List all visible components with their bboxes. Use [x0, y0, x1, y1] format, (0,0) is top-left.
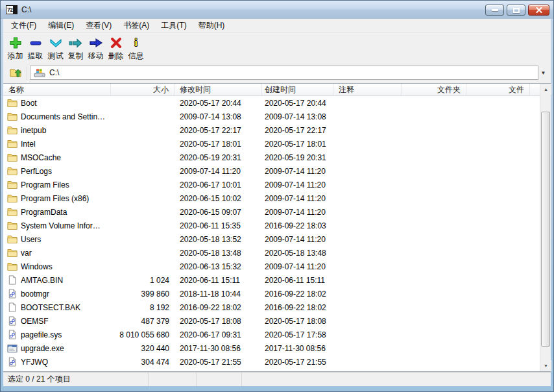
close-button[interactable] [528, 5, 549, 16]
name-cell: Program Files (x86) [3, 194, 111, 203]
column-header-files[interactable]: 文件 [466, 84, 530, 95]
created-cell: 2017-11-30 08:56 [262, 344, 333, 353]
toolbar-add-button[interactable]: 添加 [5, 34, 25, 64]
window-title: C:\ [21, 5, 31, 14]
created-cell: 2009-07-14 11:20 [262, 180, 333, 190]
address-bar: C:\ ▼ [3, 64, 551, 83]
created-cell: 2020-05-18 13:48 [262, 249, 333, 258]
name-cell: Documents and Settin… [3, 112, 111, 121]
created-cell: 2009-07-14 11:20 [262, 194, 333, 203]
minimize-button[interactable] [485, 5, 504, 16]
system-file-icon [7, 316, 18, 326]
file-row[interactable]: Users2020-05-18 13:522009-07-14 11:20 [3, 232, 540, 246]
toolbar-test-button[interactable]: 测试 [45, 34, 66, 64]
minimize-icon [492, 9, 498, 11]
file-name: bootmgr [21, 289, 49, 299]
toolbar-delete-label: 删除 [108, 51, 124, 60]
size-cell: 8 192 [111, 303, 175, 312]
column-header-created[interactable]: 创建时间 [262, 84, 333, 95]
titlebar[interactable]: 7z C:\ [1, 1, 553, 19]
column-header-modified[interactable]: 修改时间 [175, 84, 262, 95]
file-name: Boot [21, 99, 37, 108]
file-icon [7, 302, 18, 312]
toolbar-copy-button[interactable]: 复制 [66, 34, 86, 64]
column-header-name[interactable]: 名称 [3, 84, 111, 95]
file-row[interactable]: MSOCache2020-05-19 20:312020-05-19 20:31 [3, 151, 540, 164]
maximize-button[interactable] [507, 5, 525, 16]
column-header-size-label: 大小 [153, 84, 169, 95]
file-name: OEMSF [21, 317, 49, 326]
toolbar-move-label: 移动 [88, 51, 104, 60]
toolbar-add-label: 添加 [8, 51, 23, 60]
file-name: Intel [21, 140, 36, 149]
up-one-level-button[interactable] [6, 65, 27, 80]
file-row[interactable]: PerfLogs2009-07-14 11:202009-07-14 11:20 [3, 164, 540, 178]
file-row[interactable]: Windows2020-06-13 15:322009-07-14 11:20 [3, 260, 540, 273]
file-row[interactable]: Documents and Settin…2009-07-14 13:08200… [3, 110, 540, 123]
file-name: upgrade.exe [21, 344, 64, 353]
folder-icon [7, 262, 18, 271]
modified-cell: 2020-05-18 13:48 [175, 249, 262, 258]
file-row[interactable]: Intel2020-05-17 18:012020-05-17 18:01 [3, 137, 540, 151]
info-icon: i [134, 34, 138, 51]
modified-cell: 2020-05-17 20:44 [175, 99, 262, 108]
file-row[interactable]: BOOTSECT.BAK8 1922016-09-22 18:022016-09… [3, 300, 540, 314]
file-row[interactable]: System Volume Infor…2020-06-11 15:352016… [3, 219, 540, 232]
name-cell: YFJWQ [3, 357, 111, 367]
file-row[interactable]: upgrade.exe320 4402017-11-30 08:562017-1… [3, 341, 540, 355]
modified-cell: 2009-07-14 13:08 [175, 112, 262, 121]
name-cell: BOOTSECT.BAK [3, 302, 111, 312]
address-path: C:\ [49, 68, 59, 77]
file-row[interactable]: YFJWQ304 4742020-05-17 21:552020-05-17 2… [3, 355, 540, 369]
menu-item-file[interactable]: 文件(F) [5, 18, 42, 33]
file-row[interactable]: ProgramData2020-06-15 09:072009-07-14 11… [3, 205, 540, 219]
toolbar: 添加提取测试复制移动删除i信息 [3, 32, 551, 64]
file-name: Program Files [21, 180, 69, 190]
file-row[interactable]: Program Files (x86)2020-06-15 10:022009-… [3, 191, 540, 205]
vertical-scrollbar[interactable]: ▲ ▼ [540, 84, 551, 371]
column-header-size[interactable]: 大小 [111, 84, 175, 95]
file-name: inetpub [21, 126, 46, 135]
file-row[interactable]: Boot2020-05-17 20:442020-05-17 20:44 [3, 96, 540, 110]
menu-item-edit[interactable]: 编辑(E) [42, 18, 80, 33]
column-header-modified-label: 修改时间 [180, 84, 211, 95]
folder-icon [7, 221, 18, 230]
system-file-icon [7, 289, 18, 299]
toolbar-delete-button[interactable]: 删除 [106, 34, 126, 64]
file-icon [7, 275, 18, 285]
file-row[interactable]: inetpub2020-05-17 22:172020-05-17 22:17 [3, 123, 540, 137]
created-cell: 2009-07-14 11:20 [262, 262, 333, 271]
column-header-comment[interactable]: 注释 [333, 84, 402, 95]
file-name: PerfLogs [21, 167, 52, 176]
file-row[interactable]: bootmgr399 8602018-11-18 10:442016-09-22… [3, 287, 540, 300]
column-header-folders[interactable]: 文件夹 [402, 84, 466, 95]
toolbar-extract-button[interactable]: 提取 [25, 34, 45, 64]
folder-icon [7, 194, 18, 202]
name-cell: Boot [3, 99, 111, 108]
menu-item-view[interactable]: 查看(V) [80, 18, 117, 33]
created-cell: 2020-05-17 17:58 [262, 330, 333, 339]
file-row[interactable]: OEMSF487 3792020-05-17 18:082020-05-17 1… [3, 314, 540, 328]
address-dropdown-arrow[interactable]: ▼ [538, 66, 548, 80]
modified-cell: 2017-11-30 08:56 [175, 344, 262, 353]
menu-item-help[interactable]: 帮助(H) [193, 18, 231, 33]
scrollbar-thumb[interactable] [541, 112, 550, 347]
modified-cell: 2020-06-11 15:11 [175, 276, 262, 285]
name-cell: AMTAG.BIN [3, 275, 111, 285]
menu-item-tools[interactable]: 工具(T) [155, 18, 192, 33]
file-row[interactable]: pagefile.sys8 010 055 6802020-06-17 09:3… [3, 328, 540, 341]
toolbar-move-button[interactable]: 移动 [86, 34, 106, 64]
file-row[interactable]: Program Files2020-06-17 10:012009-07-14 … [3, 178, 540, 191]
toolbar-info-button[interactable]: i信息 [126, 34, 146, 64]
file-row[interactable]: var2020-05-18 13:482020-05-18 13:48 [3, 246, 540, 260]
menu-item-bookmarks[interactable]: 书签(A) [117, 18, 155, 33]
file-name: BOOTSECT.BAK [21, 303, 80, 312]
scroll-up-button[interactable]: ▲ [540, 84, 551, 95]
file-name: Users [21, 235, 41, 244]
file-row[interactable]: AMTAG.BIN1 0242020-06-11 15:112020-06-11… [3, 273, 540, 287]
toolbar-copy-label: 复制 [68, 51, 84, 60]
address-combobox[interactable]: C:\ [30, 66, 538, 80]
name-cell: var [3, 249, 111, 258]
scroll-down-button[interactable]: ▼ [540, 360, 551, 371]
modified-cell: 2020-05-17 22:17 [175, 126, 262, 135]
